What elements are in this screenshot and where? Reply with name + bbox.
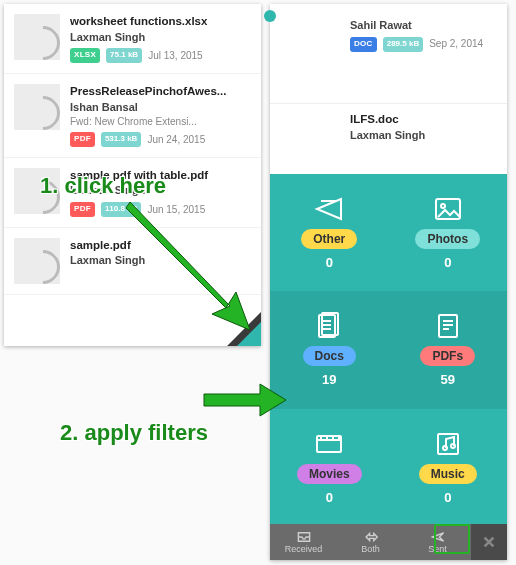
file-size-badge: 75.1 kB [106,48,142,63]
filter-other[interactable]: Other 0 [270,174,389,291]
file-ext-badge: DOC [350,37,377,52]
file-thumb-icon [14,14,60,60]
filter-pdfs[interactable]: PDFs 59 [389,291,508,408]
file-size-badge: 110.8 kB [101,202,141,217]
file-ext-badge: PDF [70,132,95,147]
right-panel: Sahil Rawat DOC 289.5 kB Sep 2, 2014 ILF… [270,4,507,560]
file-date: Jun 15, 2015 [147,203,205,217]
both-button[interactable]: Both [337,524,404,560]
filter-label: Photos [415,229,480,249]
file-size-badge: 531.3 kB [101,132,141,147]
filter-docs[interactable]: Docs 19 [270,291,389,408]
right-file-header: Sahil Rawat DOC 289.5 kB Sep 2, 2014 [270,4,507,104]
filter-movies[interactable]: Movies 0 [270,409,389,526]
file-size-badge: 289.5 kB [383,37,423,52]
svg-point-1 [441,204,445,208]
file-date: Jul 13, 2015 [148,49,203,63]
file-row[interactable]: sample.pdf Laxman Singh [4,228,261,295]
panel-handle-dot[interactable] [264,10,276,22]
filter-grid: Other 0 Photos 0 Docs 19 PDFs 59 Movies … [270,174,507,526]
both-icon [364,531,378,543]
file-thumb-icon [14,168,60,214]
file-row[interactable]: sample pdf with table.pdf Laxman Singh P… [4,158,261,228]
file-user: Laxman Singh [70,253,145,268]
filter-count: 0 [326,490,333,505]
filter-corner-trigger[interactable] [213,298,261,346]
other-icon [313,195,345,223]
movies-icon [313,430,345,458]
filter-music[interactable]: Music 0 [389,409,508,526]
filter-count: 0 [326,255,333,270]
music-icon [432,430,464,458]
file-user: Laxman Singh [70,183,208,198]
photos-icon [432,195,464,223]
filter-label: Music [419,464,477,484]
file-user: Laxman Singh [350,128,497,143]
file-name: worksheet functions.xlsx [70,14,207,30]
file-date: Sep 2, 2014 [429,37,483,51]
file-ext-badge: PDF [70,202,95,217]
file-date: Jun 24, 2015 [147,133,205,147]
filter-label: Movies [297,464,362,484]
filter-count: 59 [441,372,455,387]
file-row[interactable]: PressReleasePinchofAwes... Ishan Bansal … [4,74,261,158]
close-button[interactable] [471,524,507,560]
file-ext-badge: XLSX [70,48,100,63]
pdfs-icon [432,312,464,340]
filter-photos[interactable]: Photos 0 [389,174,508,291]
inbox-icon [297,531,311,543]
annotation-2: 2. apply filters [60,420,208,446]
file-user: Ishan Bansal [70,100,226,115]
file-name: sample.pdf [70,238,145,254]
sent-button[interactable]: Sent [404,524,471,560]
filter-count: 0 [444,490,451,505]
docs-icon [313,312,345,340]
filter-count: 19 [322,372,336,387]
file-name: ILFS.doc [350,112,497,128]
file-row[interactable]: worksheet functions.xlsx Laxman Singh XL… [4,4,261,74]
file-user: Laxman Singh [70,30,207,45]
right-file-row[interactable]: ILFS.doc Laxman Singh [270,104,507,164]
left-panel: worksheet functions.xlsx Laxman Singh XL… [4,4,261,346]
file-name: sample pdf with table.pdf [70,168,208,184]
bottom-bar: Received Both Sent [270,524,507,560]
file-subject: Fwd: New Chrome Extensi... [70,115,226,129]
filter-label: Other [301,229,357,249]
file-user: Sahil Rawat [350,18,497,33]
filter-label: Docs [303,346,356,366]
file-thumb-icon [14,238,60,284]
close-icon [482,535,496,549]
filter-count: 0 [444,255,451,270]
received-label: Received [285,544,323,554]
filter-label: PDFs [420,346,475,366]
send-icon [431,531,445,543]
file-thumb-icon [14,84,60,130]
both-label: Both [361,544,380,554]
sent-label: Sent [428,544,447,554]
file-name: PressReleasePinchofAwes... [70,84,226,100]
received-button[interactable]: Received [270,524,337,560]
